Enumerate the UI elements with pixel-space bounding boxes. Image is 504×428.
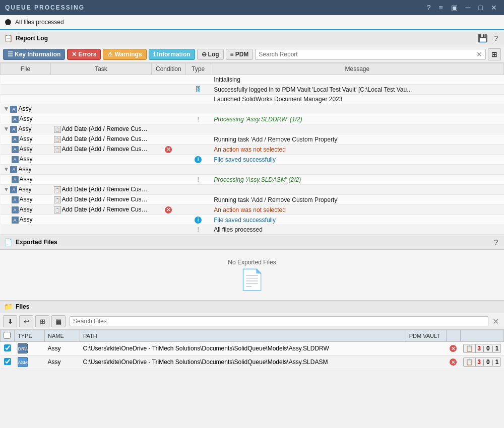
cell-type [185,205,211,215]
list-button[interactable]: ≡ [436,3,445,13]
cell-file: AAssy [1,114,51,124]
help-button[interactable]: ? [425,3,433,13]
warnings-button[interactable]: ⚠ Warnings [103,49,146,60]
maximize-button[interactable]: □ [477,3,485,13]
cell-type [185,195,211,205]
cell-type [185,124,211,134]
report-log-save-button[interactable]: 💾 [476,32,490,44]
exported-files-header: 📄 Exported Files ? [0,235,504,250]
status-bar: All files processed [0,15,504,30]
file-cell-check[interactable] [1,355,15,369]
cell-task: 📋Add Date (Add / Remove Custom Property) [51,185,152,195]
file-cell-name: Assy [45,355,80,369]
cell-message: Processing 'Assy.SLDDRW' (1/2) [211,114,503,124]
key-info-button[interactable]: ☰ Key Information [3,49,65,60]
log-icon: ⊖ [202,51,207,58]
cell-condition [152,195,186,205]
select-all-checkbox[interactable] [4,332,11,339]
table-row: AAssy📋Add Date (Add / Remove Custom Prop… [1,145,504,155]
files-search-input[interactable] [73,318,485,325]
cell-condition [152,124,186,134]
file-cell-check[interactable] [1,342,15,355]
table-row: ▼AAssy [1,165,504,175]
cell-condition [152,85,186,95]
file-checkbox[interactable] [4,344,11,351]
pdm-button[interactable]: ≡ PDM [226,49,254,60]
cell-condition [152,225,186,235]
cell-task [51,75,152,85]
cell-type [185,145,211,155]
file-checkbox[interactable] [4,358,11,365]
cell-message: Initialising [211,75,503,85]
cell-message [211,185,503,195]
cell-file [1,95,51,104]
report-table-scroll[interactable]: File Task Condition Type Message Initial… [0,63,504,235]
report-log-toolbar: ☰ Key Information ✕ Errors ⚠ Warnings ℹ … [0,46,504,63]
cell-task [51,104,152,114]
table-row: ▼AAssy📋Add Date (Add / Remove Custom Pro… [1,124,504,134]
files-remove-button[interactable]: ↩ [19,315,33,327]
files-grid-button[interactable]: ⊞ [35,315,49,327]
col-header-message: Message [211,63,503,75]
cell-condition [152,114,186,124]
minimize-button[interactable]: ─ [464,3,473,13]
errors-button[interactable]: ✕ Errors [67,49,101,60]
col-header-condition: Condition [152,63,186,75]
table-row: 🗄Successfully logged in to PDM Vault 'Lo… [1,85,504,95]
file-cell-err-btn[interactable]: ✕ [446,355,460,369]
cell-message: Launched SolidWorks Document Manager 202… [211,95,503,104]
cell-type [185,165,211,175]
cell-type: i [185,155,211,165]
col-header-task: Task [51,63,152,75]
cell-message [211,124,503,134]
empty-file-icon: 📄 [239,268,265,292]
report-log-header: 📋 Report Log 💾 ? [0,30,504,46]
cell-message: File saved successfully [211,215,503,225]
warnings-label: Warnings [114,51,142,58]
file-cell-badges[interactable]: 📋 3 | 0 | 1 [460,342,503,355]
cell-type [185,104,211,114]
files-panel: 📁 Files ⬇ ↩ ⊞ ▦ ✕ TYPE NAME PATH PDM VAU… [0,301,504,369]
col-header-type: TYPE [15,330,45,342]
cell-file [1,75,51,85]
file-cell-badges[interactable]: 📋 3 | 0 | 1 [460,355,503,369]
search-report-input[interactable] [259,51,476,58]
cell-file: ▼AAssy [1,165,51,175]
cell-file: ▼AAssy [1,124,51,134]
col-header-name: NAME [45,330,80,342]
cell-task [51,175,152,185]
exported-files-help-button[interactable]: ? [492,237,500,247]
monitor-button[interactable]: ▣ [449,3,460,13]
cell-task [51,165,152,175]
report-expand-button[interactable]: ⊞ [488,48,501,60]
files-panel-icon: 📁 [4,303,13,311]
col-header-err [446,330,460,342]
file-cell-path: C:\Users\rkite\OneDrive - TriMech Soluti… [80,342,406,355]
errors-label: Errors [78,51,96,58]
col-header-check [1,330,15,342]
report-log-help-button[interactable]: ? [492,33,500,43]
file-cell-err-btn[interactable]: ✕ [446,342,460,355]
files-chart-button[interactable]: ▦ [51,315,66,327]
cell-condition: ✕ [152,145,186,155]
files-search-clear[interactable]: ✕ [490,317,501,326]
cell-task [51,114,152,124]
file-cell-pdm [406,355,446,369]
cell-condition [152,95,186,104]
cell-type: ! [185,225,211,235]
file-cell-pdm [406,342,446,355]
cell-type [185,185,211,195]
title-bar-controls: ? ≡ ▣ ─ □ ✕ [425,3,499,13]
files-add-button[interactable]: ⬇ [3,315,17,327]
file-cell-path: C:\Users\rkite\OneDrive - TriMech Soluti… [80,355,406,369]
table-row: AAssy!Processing 'Assy.SLDDRW' (1/2) [1,114,504,124]
search-clear-icon[interactable]: ✕ [476,50,482,58]
search-report-box[interactable]: ✕ [255,49,486,60]
table-row: AAssy📋Add Date (Add / Remove Custom Prop… [1,195,504,205]
files-search-box[interactable] [70,316,488,326]
close-button[interactable]: ✕ [489,3,499,13]
information-button[interactable]: ℹ Information [149,49,195,60]
log-button[interactable]: ⊖ Log [197,49,224,60]
cell-file: AAssy [1,145,51,155]
cell-condition [152,134,186,145]
